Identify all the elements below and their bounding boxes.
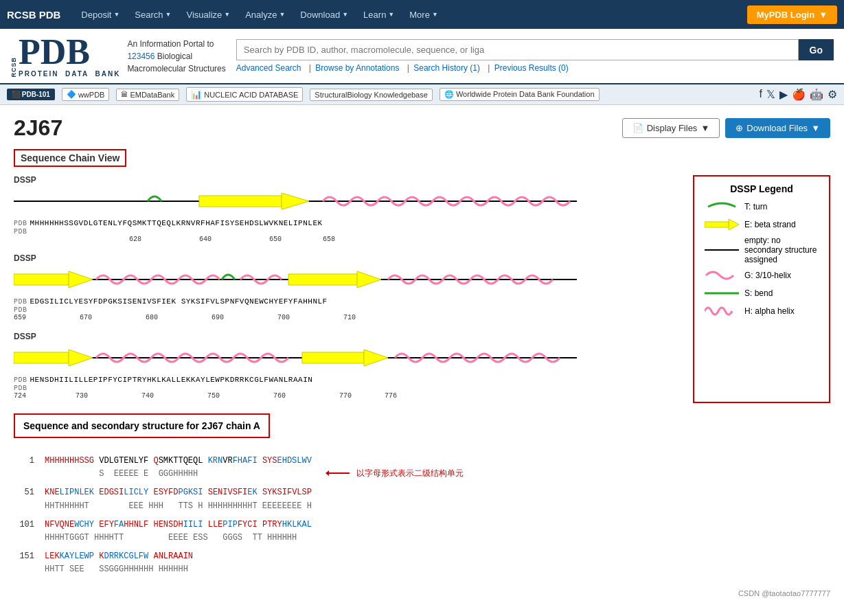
svg-marker-18 <box>326 470 329 476</box>
seq-sec-section-wrapper: Sequence and secondary structure for 2J6… <box>14 413 830 446</box>
nav-analyze[interactable]: Analyze ▼ <box>238 0 292 29</box>
nav-items: Deposit ▼ Search ▼ Visualize ▼ Analyze ▼… <box>74 0 746 29</box>
watermark: CSDN @taotaotao7777777 <box>14 589 830 597</box>
beta-strand-symbol-svg <box>705 218 739 231</box>
seq-num-51: 51 <box>14 486 34 512</box>
page-title-row: 2J67 📄 Display Files ▼ ⊕ Download Files … <box>14 115 830 141</box>
logo-tagline: An Information Portal to 123456 123456 B… <box>127 38 225 75</box>
wwpdb-logo[interactable]: 🔷 wwPDB <box>62 88 110 101</box>
svg-marker-7 <box>357 271 381 288</box>
seq-aa-101: NFVQNEWCHY EFYFAHHNLF HENSDHIILI LLEPIPF… <box>45 518 312 532</box>
display-files-button[interactable]: 📄 Display Files ▼ <box>622 118 720 138</box>
dssp-label-1: DSSP <box>14 175 679 185</box>
svg-rect-11 <box>302 352 364 363</box>
action-buttons: 📄 Display Files ▼ ⊕ Download Files ▼ <box>622 118 830 138</box>
seq-num-1: 1 <box>14 455 34 481</box>
top-navigation: RCSB PDB Deposit ▼ Search ▼ Visualize ▼ … <box>0 0 844 29</box>
search-row: Go <box>236 39 834 60</box>
seq-sec-section-label: Sequence and secondary structure for 2J6… <box>14 413 270 438</box>
legend-turn-label: T: turn <box>744 202 767 212</box>
mypdb-login-button[interactable]: MyPDB Login ▼ <box>747 5 837 24</box>
legend-g-helix-label: G: 3/10-helix <box>744 271 791 280</box>
search-input[interactable] <box>236 39 799 60</box>
nav-more[interactable]: More ▼ <box>402 0 445 29</box>
github-icon[interactable]: ⚙ <box>828 88 837 101</box>
nucleic-acid-database-logo[interactable]: 📊 NUCLEIC ACID DATABASE <box>186 87 303 102</box>
pdb-logo: RCSB PDB PROTEIN DATA BANK <box>10 34 120 78</box>
chevron-down-icon: ▼ <box>700 123 709 133</box>
dssp-diagram-3 <box>14 343 577 374</box>
seq-ss-151: HHTT SEE SSGGGHHHHHH HHHHHH <box>45 563 193 576</box>
seq-nums-3: 724 730 740 750 760 770 776 <box>14 392 679 400</box>
nav-search[interactable]: Search ▼ <box>128 0 178 29</box>
seq-data-row-151: 151 LEKKAYLEWP KDRRKCGLFW ANLRAAIN HHTT … <box>14 550 312 576</box>
seq-data-row-51: 51 KNELIPNLEK EDGSILICLY ESYFDPGKSI SENI… <box>14 486 312 512</box>
dssp-diagram-1 <box>14 186 577 217</box>
turn-symbol-svg <box>705 200 739 214</box>
annotation-area: 以字母形式表示二级结构单元 <box>326 455 464 582</box>
legend-beta-strand-label: E: beta strand <box>744 220 796 229</box>
previous-results-link[interactable]: Previous Results (0) <box>494 63 569 73</box>
seq-content-1: MHHHHHHSSG VDLGTENLYF QSMKTTQEQL KRNVRFH… <box>45 455 312 481</box>
legend-g-helix: G: 3/10-helix <box>705 269 819 282</box>
red-arrow-annotation: 以字母形式表示二级结构单元 <box>326 467 464 479</box>
social-icons: f 𝕏 ▶ 🍎 🤖 ⚙ <box>760 88 837 101</box>
svg-rect-1 <box>199 196 282 207</box>
no-structure-symbol-svg <box>705 243 739 257</box>
search-history-link[interactable]: Search History (1) <box>413 63 480 73</box>
seq-line-pdb-label-2: PDB <box>14 306 679 314</box>
legend-bend-label: S: bend <box>744 288 773 298</box>
seq-content-151: LEKKAYLEWP KDRRKCGLFW ANLRAAIN HHTT SEE … <box>45 550 193 576</box>
seq-num-151: 151 <box>14 550 34 576</box>
dssp-label-3: DSSP <box>14 332 679 341</box>
youtube-icon[interactable]: ▶ <box>779 88 788 101</box>
pdb101-logo[interactable]: ⬛ PDB-101 <box>7 89 55 100</box>
logo-bar: RCSB PDB PROTEIN DATA BANK An Informatio… <box>0 29 844 84</box>
seq-ss-1: S EEEEE E GGGHHHHH <box>45 468 312 481</box>
svg-marker-5 <box>69 271 93 288</box>
legend-no-structure: empty: no secondary structure assigned <box>705 236 819 264</box>
structural-biology-logo[interactable]: StructuralBiology Knowledgebase <box>310 89 433 101</box>
dssp-main: DSSP PDBMHHHHHHSSGVDLGTENLYFQSMKTTQEQLKR… <box>14 175 679 403</box>
seq-line-pdb-1: PDBMHHHHHHSSGVDLGTENLYFQSMKTTQEQLKRNVRFH… <box>14 219 679 227</box>
sequence-chain-view-label: Sequence Chain View <box>14 149 126 167</box>
dssp-row-1: DSSP PDBMHHHHHHSSGVDLGTENLYFQSMKTTQEQLKR… <box>14 175 679 243</box>
svg-marker-14 <box>729 219 739 230</box>
svg-rect-13 <box>705 222 729 227</box>
download-files-button[interactable]: ⊕ Download Files ▼ <box>725 118 830 138</box>
pdb-text: PDB <box>19 34 90 70</box>
browse-annotations-link[interactable]: Browse by Annotations <box>315 63 399 73</box>
download-circle-icon: ⊕ <box>735 123 743 133</box>
android-icon[interactable]: 🤖 <box>810 88 823 101</box>
annotation-text: 以字母形式表示二级结构单元 <box>356 468 464 479</box>
seq-data-row-1: 1 MHHHHHHSSG VDLGTENLYF QSMKTTQEQL KRNVR… <box>14 455 312 481</box>
svg-marker-2 <box>282 193 309 209</box>
dssp-row-2: DSSP PDBE <box>14 253 679 321</box>
nav-visualize[interactable]: Visualize ▼ <box>179 0 237 29</box>
logo-area: RCSB PDB PROTEIN DATA BANK An Informatio… <box>10 34 226 78</box>
rcsb-label: RCSB <box>10 57 17 78</box>
emdatabank-logo[interactable]: 🏛 EMDataBank <box>116 89 179 101</box>
seq-line-pdb-2: PDBEDGSILICLYESYFDPGKSISENIVSFIEK SYKSIF… <box>14 297 679 306</box>
worldwide-pdb-logo[interactable]: 🌐 Worldwide Protein Data Bank Foundation <box>440 88 600 101</box>
nav-deposit[interactable]: Deposit ▼ <box>74 0 126 29</box>
search-area: Go Advanced Search | Browse by Annotatio… <box>236 39 834 73</box>
seq-aa-1: MHHHHHHSSG VDLGTENLYF QSMKTTQEQL KRNVRFH… <box>45 455 312 468</box>
red-arrow-icon <box>326 467 353 479</box>
dssp-row-3: DSSP PDBHENSDHIILILLEPIPFYCIPTRYHKLKALLE… <box>14 332 679 400</box>
site-brand: RCSB PDB <box>7 9 60 21</box>
page-title: 2J67 <box>14 115 622 141</box>
legend-title: DSSP Legend <box>705 183 819 194</box>
login-label: MyPDB Login <box>757 10 815 20</box>
legend-alpha-helix-label: H: alpha helix <box>744 306 795 316</box>
advanced-search-link[interactable]: Advanced Search <box>236 63 301 73</box>
sequence-data-section: 1 MHHHHHHSSG VDLGTENLYF QSMKTTQEQL KRNVR… <box>14 455 830 582</box>
legend-alpha-helix: H: alpha helix <box>705 304 819 318</box>
twitter-icon[interactable]: 𝕏 <box>766 88 775 101</box>
facebook-icon[interactable]: f <box>760 88 762 101</box>
apple-icon[interactable]: 🍎 <box>792 88 806 101</box>
dssp-diagram-2 <box>14 264 577 295</box>
nav-download[interactable]: Download ▼ <box>293 0 355 29</box>
nav-learn[interactable]: Learn ▼ <box>356 0 401 29</box>
search-go-button[interactable]: Go <box>799 39 834 60</box>
